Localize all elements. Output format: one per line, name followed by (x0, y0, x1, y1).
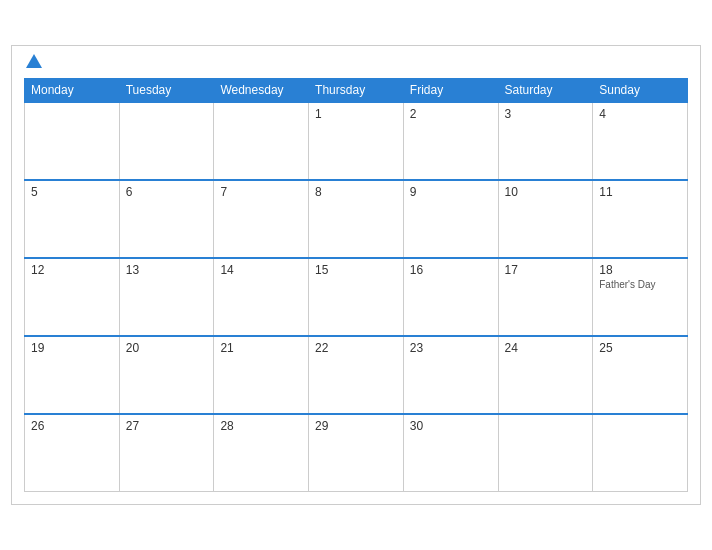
calendar-cell: 4 (593, 102, 688, 180)
calendar-cell: 19 (25, 336, 120, 414)
day-number: 11 (599, 185, 681, 199)
day-number: 7 (220, 185, 302, 199)
calendar-cell: 24 (498, 336, 593, 414)
day-number: 17 (505, 263, 587, 277)
calendar-cell: 29 (309, 414, 404, 492)
calendar-cell: 2 (403, 102, 498, 180)
day-event: Father's Day (599, 279, 681, 290)
day-number: 30 (410, 419, 492, 433)
calendar-cell: 20 (119, 336, 214, 414)
calendar-cell: 14 (214, 258, 309, 336)
calendar-container: MondayTuesdayWednesdayThursdayFridaySatu… (11, 45, 701, 506)
day-number: 19 (31, 341, 113, 355)
day-number: 4 (599, 107, 681, 121)
week-row-2: 12131415161718Father's Day (25, 258, 688, 336)
day-number: 5 (31, 185, 113, 199)
calendar-cell: 27 (119, 414, 214, 492)
calendar-cell: 21 (214, 336, 309, 414)
logo (24, 56, 42, 68)
day-number: 3 (505, 107, 587, 121)
day-number: 13 (126, 263, 208, 277)
calendar-cell: 5 (25, 180, 120, 258)
calendar-cell: 8 (309, 180, 404, 258)
logo-triangle-icon (26, 54, 42, 68)
calendar-cell (498, 414, 593, 492)
day-number: 6 (126, 185, 208, 199)
weekday-header-wednesday: Wednesday (214, 78, 309, 102)
weekday-header-row: MondayTuesdayWednesdayThursdayFridaySatu… (25, 78, 688, 102)
week-row-1: 567891011 (25, 180, 688, 258)
day-number: 26 (31, 419, 113, 433)
weekday-header-thursday: Thursday (309, 78, 404, 102)
calendar-cell: 13 (119, 258, 214, 336)
weekday-header-monday: Monday (25, 78, 120, 102)
day-number: 1 (315, 107, 397, 121)
day-number: 12 (31, 263, 113, 277)
day-number: 23 (410, 341, 492, 355)
calendar-cell: 3 (498, 102, 593, 180)
day-number: 25 (599, 341, 681, 355)
calendar-cell: 28 (214, 414, 309, 492)
calendar-cell: 10 (498, 180, 593, 258)
day-number: 8 (315, 185, 397, 199)
day-number: 28 (220, 419, 302, 433)
calendar-cell (25, 102, 120, 180)
weekday-header-friday: Friday (403, 78, 498, 102)
calendar-cell: 22 (309, 336, 404, 414)
day-number: 9 (410, 185, 492, 199)
calendar-cell: 18Father's Day (593, 258, 688, 336)
day-number: 10 (505, 185, 587, 199)
calendar-cell: 30 (403, 414, 498, 492)
calendar-cell: 12 (25, 258, 120, 336)
calendar-cell: 16 (403, 258, 498, 336)
calendar-cell: 6 (119, 180, 214, 258)
week-row-3: 19202122232425 (25, 336, 688, 414)
day-number: 22 (315, 341, 397, 355)
calendar-cell: 17 (498, 258, 593, 336)
day-number: 15 (315, 263, 397, 277)
calendar-cell: 9 (403, 180, 498, 258)
day-number: 18 (599, 263, 681, 277)
calendar-cell: 7 (214, 180, 309, 258)
day-number: 14 (220, 263, 302, 277)
day-number: 27 (126, 419, 208, 433)
calendar-cell: 11 (593, 180, 688, 258)
day-number: 29 (315, 419, 397, 433)
day-number: 24 (505, 341, 587, 355)
day-number: 20 (126, 341, 208, 355)
weekday-header-saturday: Saturday (498, 78, 593, 102)
calendar-cell (119, 102, 214, 180)
weekday-header-sunday: Sunday (593, 78, 688, 102)
calendar-cell: 25 (593, 336, 688, 414)
day-number: 16 (410, 263, 492, 277)
calendar-cell: 15 (309, 258, 404, 336)
calendar-cell (214, 102, 309, 180)
calendar-cell: 23 (403, 336, 498, 414)
calendar-grid: MondayTuesdayWednesdayThursdayFridaySatu… (24, 78, 688, 493)
day-number: 21 (220, 341, 302, 355)
day-number: 2 (410, 107, 492, 121)
calendar-cell: 26 (25, 414, 120, 492)
calendar-header (24, 56, 688, 68)
weekday-header-tuesday: Tuesday (119, 78, 214, 102)
calendar-cell (593, 414, 688, 492)
week-row-0: 1234 (25, 102, 688, 180)
week-row-4: 2627282930 (25, 414, 688, 492)
calendar-cell: 1 (309, 102, 404, 180)
